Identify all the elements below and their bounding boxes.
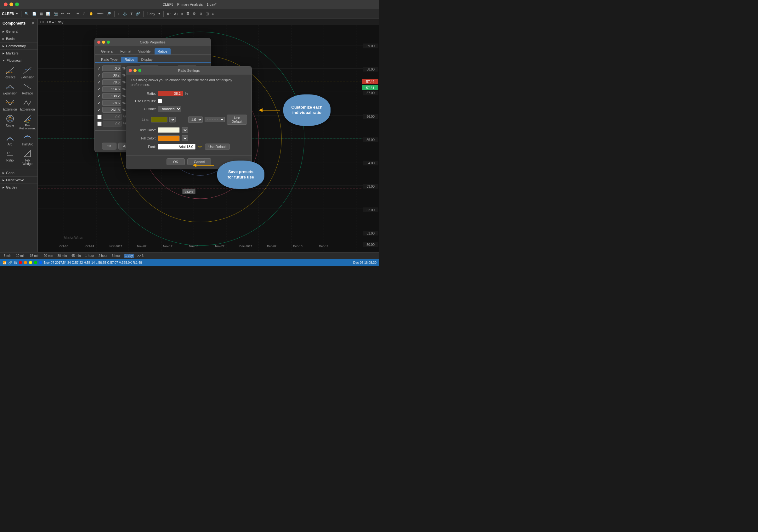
use-defaults-checkbox[interactable]: [158, 99, 162, 103]
subtab-ratios[interactable]: Ratios: [121, 57, 137, 62]
symbol-label[interactable]: CLEF8: [2, 12, 14, 16]
line-width-select[interactable]: 1.0 1.5 2.0: [188, 117, 203, 123]
sidebar-item-expansion[interactable]: Expansion: [3, 81, 17, 96]
check-icon-1-5[interactable]: ✓: [97, 93, 101, 98]
ratio-settings-dialog[interactable]: Ratio Settings This dialog allows you to…: [126, 66, 252, 169]
sidebar-group-header-general[interactable]: ▶ General: [0, 28, 37, 35]
link-icon[interactable]: 🔗: [135, 11, 141, 17]
search-icon[interactable]: 🔍: [24, 11, 30, 17]
subtab-display[interactable]: Display: [138, 57, 156, 62]
line-use-default-button[interactable]: Use Default: [227, 115, 247, 124]
line-color-swatch[interactable]: [151, 117, 167, 123]
time-5min[interactable]: 5 min: [3, 254, 13, 258]
rs-window-controls[interactable]: [129, 69, 141, 72]
fill-color-swatch[interactable]: [158, 135, 180, 141]
sidebar-item-extension2[interactable]: Extension: [3, 97, 17, 112]
grid-icon[interactable]: ▦: [39, 11, 44, 17]
sidebar-item-arc[interactable]: Arc: [3, 132, 17, 147]
font-use-default-button[interactable]: Use Default: [205, 144, 230, 150]
crosshair-icon[interactable]: ✛: [76, 11, 80, 17]
subtab-ratio-type[interactable]: Ratio Type: [98, 57, 121, 62]
text-color-swatch[interactable]: [158, 127, 180, 133]
settings-icon[interactable]: ⚙: [192, 11, 197, 17]
list-icon[interactable]: ☰: [186, 11, 190, 17]
text-color-dropdown[interactable]: ▼: [182, 127, 188, 133]
check-icon-1-3[interactable]: ✓: [97, 80, 101, 85]
ratio-input-1-8[interactable]: [103, 114, 122, 120]
monitor-icon[interactable]: 🖥: [198, 11, 203, 17]
sidebar-group-header-gartley[interactable]: ▶ Gartley: [0, 184, 37, 191]
time-1day[interactable]: 1 day: [124, 254, 134, 258]
chart-icon[interactable]: 📊: [45, 11, 51, 17]
time-6hour[interactable]: 6 hour: [111, 254, 122, 258]
sidebar-item-halfarc[interactable]: Half Arc: [20, 132, 35, 147]
fill-color-dropdown[interactable]: ▼: [182, 135, 188, 141]
ratio-input-1-4[interactable]: [102, 86, 121, 92]
maximize-button[interactable]: [15, 3, 19, 6]
zoom-icon[interactable]: 🔎: [106, 11, 112, 17]
sidebar-group-header-gann[interactable]: ▶ Gann: [0, 169, 37, 176]
sidebar-item-ratio[interactable]: I : I Ratio: [3, 148, 17, 166]
line-style-select[interactable]: ------- ——— - - - -: [205, 117, 225, 122]
dialog-minimize-button[interactable]: [102, 41, 105, 44]
window-controls[interactable]: [4, 3, 19, 6]
sidebar-item-expansion2[interactable]: Expansion: [20, 97, 35, 112]
plus-icon[interactable]: +: [117, 11, 121, 17]
sidebar-item-circle[interactable]: Circle: [3, 113, 17, 131]
time-45min[interactable]: 45 min: [70, 254, 82, 258]
sidebar-group-header-elliottwave[interactable]: ▶ Elliott Wave: [0, 177, 37, 184]
dialog-close-button[interactable]: [97, 41, 100, 44]
ratio-input-1-2[interactable]: [102, 72, 121, 78]
time-more[interactable]: >> 6: [136, 254, 145, 258]
ratio-input-1-7[interactable]: [102, 107, 121, 113]
ratio-value-input[interactable]: [158, 91, 183, 96]
sidebar-close-button[interactable]: ✕: [31, 21, 35, 26]
time-20min[interactable]: 20 min: [42, 254, 54, 258]
chart-canvas[interactable]: 78.6% 59.00 58.00 57.44 57.31 57.00 56.0…: [38, 25, 379, 252]
time-30min[interactable]: 30 min: [56, 254, 68, 258]
camera-icon[interactable]: 📷: [52, 11, 59, 17]
font-edit-btn[interactable]: ✏: [197, 144, 203, 149]
rs-close-button[interactable]: [129, 69, 132, 72]
ratio-check-1-8[interactable]: [97, 115, 102, 119]
undo-icon[interactable]: ↩: [60, 11, 65, 17]
text-icon[interactable]: T: [129, 11, 133, 17]
font-value-input[interactable]: [158, 144, 195, 150]
sidebar-group-header-fibonacci[interactable]: ▼ Fibonacci: [0, 57, 37, 64]
tab-general[interactable]: General: [98, 48, 117, 54]
sidebar-group-header-commentary[interactable]: ▶ Commentary: [0, 43, 37, 50]
line-color-dropdown[interactable]: ▼: [169, 117, 176, 123]
sidebar-group-header-markers[interactable]: ▶ Markers: [0, 50, 37, 57]
timeframe-label[interactable]: 1 day: [146, 11, 156, 17]
check-icon-1-4[interactable]: ✓: [97, 87, 101, 91]
check-icon-1-1[interactable]: ✓: [97, 66, 101, 71]
sidebar-group-header-basic[interactable]: ▶ Basic: [0, 35, 37, 42]
sidebar-item-fan[interactable]: Fan Retracement: [20, 113, 35, 131]
ratio-input-1-3[interactable]: [102, 79, 121, 85]
sidebar-item-extension[interactable]: Extension: [20, 65, 35, 80]
font-down-icon[interactable]: A↓: [173, 11, 179, 17]
clock-icon[interactable]: ⏱: [82, 11, 87, 17]
sidebar-item-retrace[interactable]: Retrace: [3, 65, 17, 80]
ratio-check-1-9[interactable]: [97, 122, 102, 126]
check-icon-1-6[interactable]: ✓: [97, 100, 101, 105]
redo-icon[interactable]: ↪: [66, 11, 71, 17]
time-10min[interactable]: 10 min: [15, 254, 26, 258]
time-2hour[interactable]: 2 hour: [97, 254, 109, 258]
timeframe-dropdown[interactable]: ▾: [157, 11, 161, 17]
tab-ratios[interactable]: Ratios: [155, 48, 171, 54]
rs-maximize-button[interactable]: [138, 69, 141, 72]
symbol-dropdown[interactable]: ▾: [15, 11, 19, 17]
rs-ok-button[interactable]: OK: [166, 158, 185, 165]
ratio-input-1-1[interactable]: [102, 65, 121, 71]
font-up-icon[interactable]: A↑: [166, 11, 172, 17]
check-icon-1-2[interactable]: ✓: [97, 73, 101, 78]
tab-format[interactable]: Format: [117, 48, 134, 54]
check-icon-1-7[interactable]: ✓: [97, 107, 101, 112]
anchor-icon[interactable]: ⚓: [122, 11, 128, 17]
rs-minimize-button[interactable]: [133, 69, 137, 72]
sidebar-item-retrace2[interactable]: Retrace: [20, 81, 35, 96]
ratio-input-1-9[interactable]: [103, 121, 122, 126]
close-button[interactable]: [4, 3, 8, 6]
tab-visibility[interactable]: Visibility: [135, 48, 154, 54]
